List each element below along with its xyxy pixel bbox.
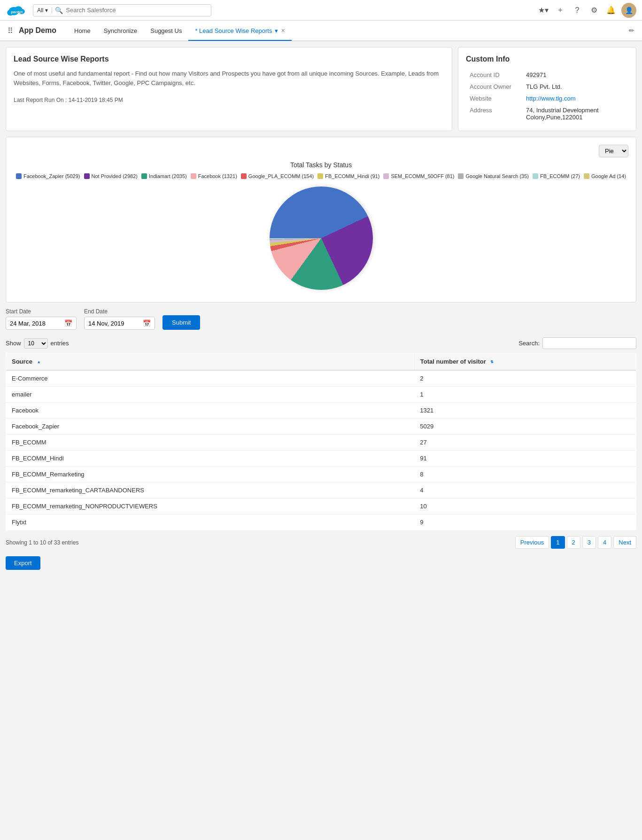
start-date-input-wrap: 📅: [6, 317, 77, 330]
calendar-icon-start[interactable]: 📅: [64, 319, 72, 327]
chevron-down-icon[interactable]: ▾: [275, 27, 278, 34]
end-date-input-wrap: 📅: [84, 317, 155, 330]
website-row: Website http://www.tlg.com: [466, 93, 628, 104]
col-source[interactable]: Source ▲: [6, 353, 415, 371]
close-tab-icon[interactable]: ✕: [281, 28, 285, 34]
chevron-down-icon: ▾: [45, 7, 48, 14]
previous-button[interactable]: Previous: [515, 536, 549, 549]
account-owner-label: Account Owner: [466, 81, 522, 93]
nav-item-suggestus[interactable]: Suggest Us: [144, 21, 188, 41]
visitors-cell: 1: [414, 387, 636, 403]
account-id-row: Account ID 492971: [466, 69, 628, 81]
col-visitors[interactable]: Total number of visitor ⇅: [414, 353, 636, 371]
calendar-icon-end[interactable]: 📅: [143, 319, 151, 327]
show-entries: Show 10 25 50 100 entries: [6, 338, 69, 349]
table-section: Show 10 25 50 100 entries Search: Source: [6, 337, 636, 570]
visitors-cell: 4: [414, 482, 636, 498]
legend-label-6: FB_ECOMM_Hindi (91): [325, 173, 379, 179]
legend-color-8: [458, 173, 464, 179]
source-cell: FB_ECOMM_Hindi: [6, 451, 415, 467]
page-4-button[interactable]: 4: [598, 536, 611, 549]
account-id-label: Account ID: [466, 69, 522, 81]
chart-header: Pie Bar Line: [14, 145, 628, 157]
table-row: emailer 1: [6, 387, 636, 403]
source-cell: Facebook_Zapier: [6, 419, 415, 435]
legend-item-6: FB_ECOMM_Hindi (91): [317, 173, 379, 179]
help-icon[interactable]: ?: [571, 4, 584, 17]
search-all-label: All: [37, 7, 43, 14]
next-button[interactable]: Next: [613, 536, 636, 549]
legend-item-8: Google Natural Search (35): [458, 173, 529, 179]
search-label: Search:: [518, 340, 540, 347]
add-icon[interactable]: ＋: [554, 4, 567, 17]
last-run-text: Last Report Run On : 14-11-2019 18:45 PM: [14, 97, 444, 103]
source-cell: emailer: [6, 387, 415, 403]
website-link[interactable]: http://www.tlg.com: [526, 95, 575, 102]
visitors-cell: 27: [414, 435, 636, 451]
app-name: App Demo: [19, 26, 56, 35]
nav-items: Home Synchronize Suggest Us * Lead Sourc…: [68, 21, 292, 40]
legend-color-3: [141, 173, 147, 179]
submit-button[interactable]: Submit: [162, 315, 200, 330]
page-1-button[interactable]: 1: [551, 536, 565, 549]
top-bar: pardot All ▾ 🔍 ★▾ ＋ ? ⚙ 🔔 👤: [0, 0, 642, 21]
visitors-cell: 10: [414, 498, 636, 514]
address-label: Address: [466, 104, 522, 123]
pagination: Previous 1 2 3 4 Next: [515, 536, 636, 549]
legend-color-6: [317, 173, 323, 179]
legend-color-1: [16, 173, 22, 179]
website-label: Website: [466, 93, 522, 104]
legend-item-1: Facebook_Zapier (5029): [16, 173, 80, 179]
legend-color-4: [191, 173, 196, 179]
visitors-cell: 8: [414, 467, 636, 482]
end-date-input[interactable]: [88, 320, 140, 327]
filter-row: Start Date 📅 End Date 📅 Submit: [6, 308, 636, 330]
legend-item-2: Not Provided (2982): [84, 173, 138, 179]
chart-type-select[interactable]: Pie Bar Line: [599, 145, 628, 157]
legend-color-2: [84, 173, 90, 179]
table-body: E-Commerce 2 emailer 1 Facebook 1321 Fac…: [6, 370, 636, 530]
avatar[interactable]: 👤: [621, 3, 636, 18]
page-2-button[interactable]: 2: [567, 536, 580, 549]
table-head: Source ▲ Total number of visitor ⇅: [6, 353, 636, 371]
legend-color-7: [383, 173, 389, 179]
grid-icon[interactable]: ⠿: [8, 26, 13, 35]
legend-label-10: Google Ad (14): [591, 173, 626, 179]
favorites-icon[interactable]: ★▾: [537, 4, 550, 17]
legend-label-9: FB_ECOMM (27): [540, 173, 580, 179]
visitors-cell: 91: [414, 451, 636, 467]
search-scope-dropdown[interactable]: All ▾: [37, 7, 52, 14]
legend-color-10: [584, 173, 589, 179]
top-icons-group: ★▾ ＋ ? ⚙ 🔔 👤: [537, 3, 636, 18]
pie-chart-container: [14, 187, 628, 290]
nav-item-home[interactable]: Home: [68, 21, 97, 41]
export-button[interactable]: Export: [6, 556, 40, 570]
notifications-icon[interactable]: 🔔: [604, 4, 618, 17]
page-3-button[interactable]: 3: [582, 536, 596, 549]
chart-title: Total Tasks by Status: [14, 161, 628, 169]
entries-select[interactable]: 10 25 50 100: [24, 338, 48, 349]
table-row: FB_ECOMM 27: [6, 435, 636, 451]
table-row: FB_ECOMM_remarketing_NONPRODUCTVIEWERS 1…: [6, 498, 636, 514]
table-search-input[interactable]: [542, 337, 636, 349]
table-row: FB_ECOMM_remarketing_CARTABANDONERS 4: [6, 482, 636, 498]
account-owner-value: TLG Pvt. Ltd.: [522, 81, 628, 93]
visitors-cell: 5029: [414, 419, 636, 435]
info-row: Lead Source Wise Reports One of most use…: [6, 47, 636, 131]
table-row: Facebook 1321: [6, 403, 636, 419]
website-value[interactable]: http://www.tlg.com: [522, 93, 628, 104]
custom-info-table: Account ID 492971 Account Owner TLG Pvt.…: [466, 69, 628, 123]
table-row: FB_ECOMM_Remarketing 8: [6, 467, 636, 482]
nav-item-report-tab[interactable]: * Lead Source Wise Reports ▾ ✕: [188, 21, 292, 41]
settings-icon[interactable]: ⚙: [588, 4, 601, 17]
start-date-input[interactable]: [10, 320, 62, 327]
pie-chart: [270, 187, 373, 290]
search-bar: All ▾ 🔍: [33, 4, 211, 16]
custom-info-title: Custom Info: [466, 55, 628, 63]
data-table: Source ▲ Total number of visitor ⇅: [6, 353, 636, 530]
legend-color-5: [241, 173, 247, 179]
source-cell: FB_ECOMM_remarketing_CARTABANDONERS: [6, 482, 415, 498]
edit-icon[interactable]: ✏: [629, 27, 634, 34]
nav-item-synchronize[interactable]: Synchronize: [97, 21, 144, 41]
search-input[interactable]: [66, 7, 207, 14]
